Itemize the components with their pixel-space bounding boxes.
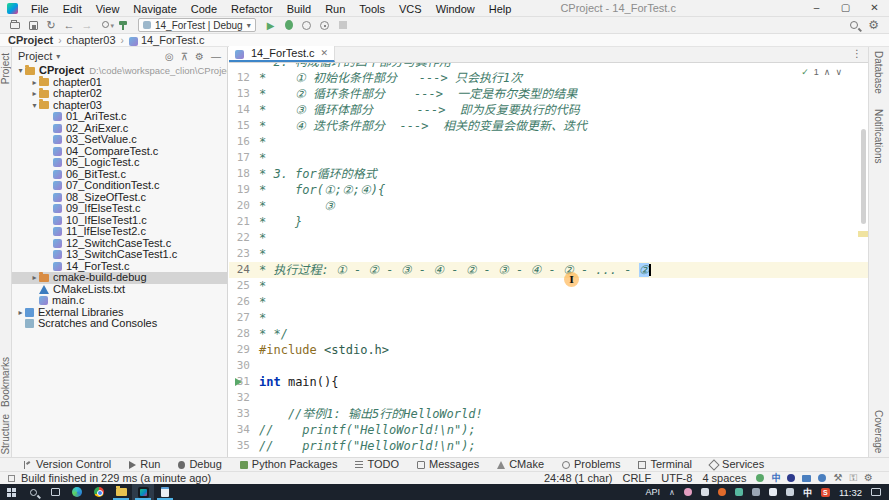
indent-indicator[interactable]: 4 spaces [702,472,746,484]
encoding-indicator[interactable]: UTF-8 [661,472,692,484]
tree-item-cmakelists-txt[interactable]: CMakeLists.txt [12,284,227,296]
tree-chevron-icon[interactable]: ▸ [30,78,39,87]
code-line-27[interactable]: 27* [229,310,868,326]
line-ending-indicator[interactable]: CRLF [622,472,651,484]
code-line-14[interactable]: 14* ③ 循环体部分 ---> 即为反复要执行的代码 [229,102,868,118]
menu-refactor[interactable]: Refactor [224,3,280,15]
clion-taskbar-icon[interactable] [132,484,154,500]
editor-options-kebab-icon[interactable]: ⋮ [852,48,862,59]
sync-icon[interactable]: ↻ [42,18,60,33]
run-configuration-select[interactable]: 14_ForTest | Debug ▾ [138,18,256,32]
code-line-26[interactable]: 26* [229,294,868,310]
menu-tools[interactable]: Tools [352,3,392,15]
code-line-30[interactable]: 30 [229,358,868,374]
run-gutter-icon[interactable] [235,378,242,386]
menu-build[interactable]: Build [280,3,318,15]
code-editor[interactable]: * 2. 构成循环的四个部分与其作用12* ① 初始化条件部分 ---> 只会执… [229,63,868,457]
tree-chevron-icon[interactable]: ▸ [30,273,39,282]
api-tray-label[interactable]: API [646,487,661,497]
tree-item-01-aritest-c[interactable]: 01_AriTest.c [12,111,227,123]
coverage-icon[interactable] [298,18,316,33]
code-line-19[interactable]: 19* for(①;②;④){ [229,182,868,198]
menu-code[interactable]: Code [184,3,224,15]
volume-icon[interactable] [786,488,794,496]
close-tab-icon[interactable]: ✕ [321,48,329,58]
maximize-button[interactable]: ▢ [831,0,860,17]
toolwindow-button-cmake[interactable]: CMake [497,458,544,471]
sogou-input-icon[interactable]: S [821,488,830,497]
code-line-21[interactable]: 21* } [229,214,868,230]
back-icon[interactable]: ← [60,18,78,33]
tool-stripe-project[interactable]: Project [0,53,12,84]
toolwindow-button-problems[interactable]: Problems [562,458,620,471]
menu-run[interactable]: Run [318,3,352,15]
tree-item-09-ifelsetest-c[interactable]: 09_IfElseTest.c [12,203,227,215]
translate-zh-icon[interactable]: 中 [771,474,780,483]
code-line-20[interactable]: 20* ③ [229,198,868,214]
flower-icon[interactable] [684,488,692,496]
taskbar-search[interactable] [22,484,44,500]
save-icon[interactable] [24,18,42,33]
tree-item-cproject[interactable]: ▾CProjectD:\code\workspace_clion\CProjec… [12,65,227,77]
start-button[interactable] [0,484,22,500]
mail-icon[interactable] [802,475,811,482]
chat-icon[interactable] [769,488,777,496]
tree-item-scratches-and-consoles[interactable]: Scratches and Consoles [12,318,227,330]
editor-tab-14-fortest[interactable]: 14_ForTest.c ✕ [229,46,335,62]
file-explorer-icon[interactable] [110,484,132,500]
inspections-widget[interactable]: ✓ 1 ∧ ∨ [801,67,842,77]
settings-gear-icon[interactable]: ⚙ [864,473,873,483]
tree-item-main-c[interactable]: main.c [12,295,227,307]
code-line-partial[interactable]: * 2. 构成循环的四个部分与其作用 [229,63,868,70]
code-line-28[interactable]: 28* */ [229,326,868,342]
debug-icon[interactable] [280,18,298,33]
code-line-25[interactable]: 25* [229,278,868,294]
breadcrumb-item-chapter03[interactable]: chapter03 [67,34,116,47]
color-app-icon[interactable] [735,488,743,496]
tree-chevron-icon[interactable]: ▾ [16,66,25,75]
tool-stripe-notifications[interactable]: Notifications [873,109,884,163]
tree-chevron-icon[interactable]: ▸ [16,308,25,317]
profiler-icon[interactable] [316,18,334,33]
tools-icon[interactable]: ⚒ [833,473,842,483]
edge-icon[interactable] [66,484,88,500]
code-line-13[interactable]: 13* ② 循环条件部分 ---> 一定是布尔类型的结果 [229,86,868,102]
code-line-35[interactable]: 35// printf("HelloWorld!\n"); [229,438,868,454]
minimize-button[interactable]: – [802,0,831,17]
menu-help[interactable]: Help [482,3,519,15]
toolwindow-button-services[interactable]: Services [710,458,764,471]
project-panel-title[interactable]: Project [18,50,52,62]
locate-icon[interactable]: ◎ [165,51,174,62]
menu-edit[interactable]: Edit [56,3,89,15]
toolwindow-button-python-packages[interactable]: Python Packages [240,458,338,471]
chrome-icon[interactable] [88,484,110,500]
background-tasks-icon[interactable] [8,475,15,482]
menu-navigate[interactable]: Navigate [126,3,183,15]
tree-item-03-setvalue-c[interactable]: 03_SetValue.c [12,134,227,146]
toolwindow-button-run[interactable]: Run [129,458,160,471]
tool-stripe-database[interactable]: Database [873,51,884,94]
run-icon[interactable]: ▶ [262,18,280,33]
toolwindow-button-terminal[interactable]: Terminal [638,458,692,471]
user-icon[interactable] [818,474,826,482]
tree-item-cmake-build-debug[interactable]: ▸cmake-build-debug [12,272,227,284]
open-folder-icon[interactable] [6,18,24,33]
tool-stripe-structure[interactable]: Structure [0,414,12,455]
laptop-icon[interactable] [752,488,760,496]
notification-center-icon[interactable] [871,488,881,496]
tool-stripe-coverage[interactable]: Coverage [873,410,884,453]
stop-icon[interactable] [334,18,352,33]
collapse-all-icon[interactable]: ⊼ [181,51,188,62]
editor-scrollbar[interactable] [861,129,866,224]
code-line-16[interactable]: 16* [229,134,868,150]
tree-item-chapter01[interactable]: ▸chapter01 [12,77,227,89]
breadcrumb-item-14_fortest.c[interactable]: 14_ForTest.c [141,34,205,47]
code-line-29[interactable]: 29#include <stdio.h> [229,342,868,358]
tree-item-05-logictest-c[interactable]: 05_LogicTest.c [12,157,227,169]
code-line-33[interactable]: 33 //举例1: 输出5行的HelloWorld! [229,406,868,422]
menu-file[interactable]: File [24,3,56,15]
mic-icon[interactable] [701,488,709,496]
toolwindow-button-messages[interactable]: Messages [417,458,479,471]
tree-item-11-ifelsetest2-c[interactable]: 11_IfElseTest2.c [12,226,227,238]
tray-chevron-up-icon[interactable]: ∧ [669,488,675,497]
